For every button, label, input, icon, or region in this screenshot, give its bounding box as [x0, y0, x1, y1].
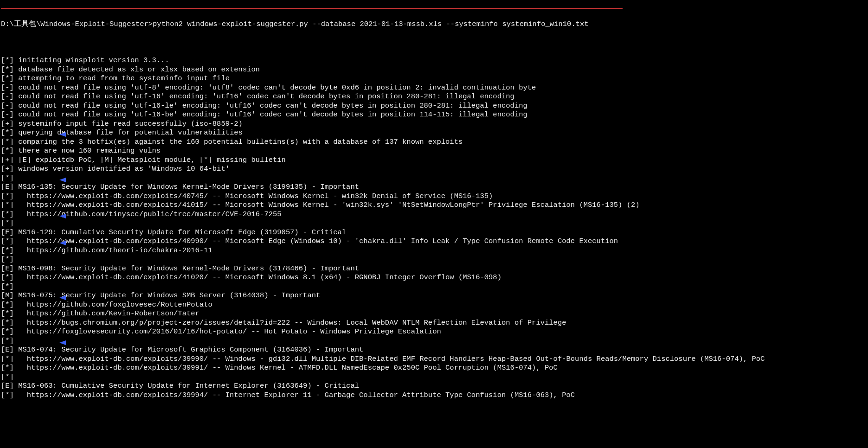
output-line: [*] https://github.com/Kevin-Robertson/T…: [1, 309, 868, 319]
output-line: [-] could not read file using 'utf-16' e…: [1, 92, 868, 102]
highlight-underline: [1, 8, 623, 9]
output-line: [*] there are now 160 remaining vulns: [1, 147, 868, 156]
output-line: [*] attempting to read from the systemin…: [1, 74, 868, 83]
output-line: [*] database file detected as xls or xls…: [1, 65, 868, 75]
output-line: [*]: [1, 255, 868, 264]
output-line: [*] querying database file for potential…: [1, 128, 868, 138]
output-line: [*] https://www.exploit-db.com/exploits/…: [1, 201, 868, 210]
output-line: [*] https://www.exploit-db.com/exploits/…: [1, 391, 868, 400]
output-line: [*] https://bugs.chromium.org/p/project-…: [1, 319, 868, 328]
output-lines: [*] initiating winsploit version 3.3...[…: [1, 56, 868, 400]
output-line: [*] https://github.com/theori-io/chakra-…: [1, 246, 868, 256]
output-line: [*] https://www.exploit-db.com/exploits/…: [1, 355, 868, 364]
output-line: [*]: [1, 373, 868, 382]
terminal-output: D:\工具包\Windows-Exploit-Suggester>python2…: [0, 0, 868, 427]
output-line: [*]: [1, 282, 868, 292]
output-line: [*] https://www.exploit-db.com/exploits/…: [1, 273, 868, 282]
output-line: [*] https://github.com/foxglovesec/Rotte…: [1, 301, 868, 310]
output-line: [E] MS16-135: Security Update for Window…: [1, 183, 868, 192]
output-line: [*] https://www.exploit-db.com/exploits/…: [1, 364, 868, 373]
output-line: [*] https://www.exploit-db.com/exploits/…: [1, 192, 868, 201]
output-line: [-] could not read file using 'utf-16-be…: [1, 110, 868, 120]
output-line: [-] could not read file using 'utf-8' en…: [1, 83, 868, 93]
output-line: [+] [E] exploitdb PoC, [M] Metasploit mo…: [1, 156, 868, 165]
output-line: [*] comparing the 3 hotfix(es) against t…: [1, 138, 868, 147]
output-line: [+] windows version identified as 'Windo…: [1, 165, 868, 174]
output-line: [E] MS16-063: Cumulative Security Update…: [1, 382, 868, 391]
command-prompt-line: D:\工具包\Windows-Exploit-Suggester>python2…: [1, 20, 868, 29]
output-line: [*]: [1, 337, 868, 346]
output-line: [*]: [1, 219, 868, 228]
output-line: [*] https://github.com/tinysec/public/tr…: [1, 210, 868, 219]
output-line: [E] MS16-129: Cumulative Security Update…: [1, 228, 868, 237]
output-line: [*]: [1, 174, 868, 183]
output-line: [+] systeminfo input file read successfu…: [1, 120, 868, 129]
output-line: [M] MS16-075: Security Update for Window…: [1, 291, 868, 301]
output-line: [E] MS16-098: Security Update for Window…: [1, 264, 868, 274]
output-line: [-] could not read file using 'utf-16-le…: [1, 102, 868, 111]
output-line: [E] MS16-074: Security Update for Micros…: [1, 346, 868, 355]
output-line: [*] https://foxglovesecurity.com/2016/01…: [1, 327, 868, 337]
output-line: [*] https://www.exploit-db.com/exploits/…: [1, 237, 868, 246]
output-line: [*] initiating winsploit version 3.3...: [1, 56, 868, 65]
